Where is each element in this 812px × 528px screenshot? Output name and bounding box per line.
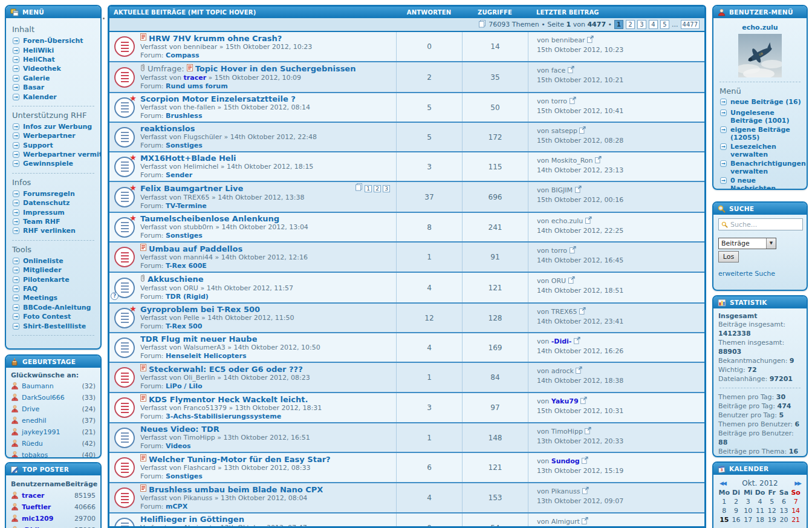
user-menu-item[interactable]: →neue Beiträge (16) [718,98,802,108]
sidebar-item-datenschutz[interactable]: →Datenschutz [11,198,96,207]
calendar-date[interactable]: 9 [730,507,742,515]
sidebar-item-werbepartner-vermitteln[interactable]: →Werbepartner vermitteln [11,150,96,159]
goto-lastpost-icon[interactable] [568,66,574,76]
sidebar-item-label[interactable]: RHF verlinken [23,227,76,235]
topic-author-link[interactable]: manni44 [184,253,213,261]
calendar-prev-icon[interactable]: ◀◀ [719,480,726,486]
calendar-date[interactable]: 5 [766,498,778,506]
birthday-user-link[interactable]: Drive [22,405,79,413]
user-menu-item[interactable]: →eigene Beiträge (12055) [718,126,802,142]
goto-lastpost-icon[interactable] [579,307,586,317]
search-go-button[interactable]: Los [718,251,739,262]
topic-title-link[interactable]: MX16Hott+Blade Heli [140,154,236,163]
calendar-date[interactable]: 17 [742,516,754,524]
user-menu-item[interactable]: →Benachrichtigungen verwalten [718,160,802,175]
topic-author-link[interactable]: Franco51379 [184,404,227,412]
topic-forum-link[interactable]: LiPo / LiIo [166,382,203,390]
sidebar-item-helichat[interactable]: →HeliChat [11,55,96,64]
birthday-user-link[interactable]: jaykey1991 [22,428,79,436]
topic-title-link[interactable]: Brushless umbau beim Blade Nano CPX [149,485,323,494]
current-username-link[interactable]: echo.zulu [718,24,802,31]
goto-lastpost-icon[interactable] [582,487,589,497]
topic-title-link[interactable]: Umbau auf Paddellos [149,244,242,253]
topic-forum-link[interactable]: mCPX [166,503,187,510]
lastpost-author-link[interactable]: TREX65 [551,308,577,316]
sidebar-item-shirt-bestellliste[interactable]: →Shirt-Bestellliste [11,321,96,330]
topic-author-link[interactable]: Helimichel [184,163,219,171]
page-button-3[interactable]: 3 [637,20,646,29]
goto-lastpost-icon[interactable] [575,186,582,195]
top-poster-user-link[interactable]: tracer [22,492,71,500]
goto-lastpost-icon[interactable] [568,276,575,286]
sidebar-item-label[interactable]: Basar [23,83,44,91]
user-menu-item[interactable]: →Ungelesene Beiträge (1001) [718,109,802,125]
topic-title-link[interactable]: Heliflieger in Göttingen [140,515,244,524]
lastpost-author-link[interactable]: Moskito_Ron [551,157,593,165]
lastpost-author-link[interactable]: echo.zulu [551,217,583,225]
topic-title-link[interactable]: KDS Flymentor Heck Wackelt leicht. [149,395,308,404]
goto-lastpost-icon[interactable] [585,217,592,226]
user-menu-item-label[interactable]: Benachrichtigungen verwalten [730,160,806,175]
goto-lastpost-icon[interactable] [576,367,582,376]
topic-forum-link[interactable]: Sonstiges [166,232,203,240]
sidebar-item-support[interactable]: →Support [11,141,96,150]
lastpost-author-link[interactable]: adrock [551,367,574,375]
lastpost-author-link[interactable]: TimoHipp [551,428,583,435]
sidebar-item-label[interactable]: Werbepartner [23,132,76,140]
lastpost-author-link[interactable]: torro [551,97,567,105]
goto-lastpost-icon[interactable] [570,97,576,106]
goto-lastpost-icon[interactable] [580,397,587,406]
lastpost-author-link[interactable]: face [551,67,565,74]
sidebar-item-label[interactable]: Infos zur Werbung [23,123,92,131]
lastpost-author-link[interactable]: BIGJIM [551,186,573,194]
select-dropdown-arrow-icon[interactable]: ▼ [766,238,776,249]
topic-title-link[interactable]: Neues Video: TDR [140,425,219,434]
topic-author-link[interactable]: bennibear [184,43,218,51]
page-button-last[interactable]: 4477 [681,20,700,29]
calendar-date[interactable]: 3 [742,498,754,506]
goto-lastpost-icon[interactable] [579,126,586,136]
calendar-date[interactable]: 6 [778,498,790,506]
topic-author-link[interactable]: the-fallen [184,103,216,111]
calendar-date[interactable]: 11 [754,507,766,515]
topic-forum-link[interactable]: Videos [166,442,191,450]
goto-lastpost-icon[interactable] [595,156,602,166]
sidebar-item-pilotenkarte[interactable]: →Pilotenkarte [11,275,96,284]
topic-page-button[interactable]: 3 [383,185,390,192]
goto-lastpost-icon[interactable] [570,246,576,256]
page-button-1[interactable]: 1 [614,20,623,29]
user-menu-item-label[interactable]: eigene Beiträge (12055) [730,126,802,142]
page-button-4[interactable]: 4 [649,20,658,29]
birthday-user-link[interactable]: Rüedu [22,440,79,448]
lastpost-author-link[interactable]: Almigurt [551,518,580,526]
sidebar-item-onlineliste[interactable]: →Onlineliste [11,256,96,266]
sidebar-item-impressum[interactable]: →Impressum [11,207,96,217]
goto-lastpost-icon[interactable] [582,517,588,527]
birthday-user-link[interactable]: enedhil [22,417,79,425]
birthday-user-link[interactable]: Baumann [22,382,79,390]
topic-forum-link[interactable]: Sonstiges [166,472,203,480]
page-button-2[interactable]: 2 [626,20,635,29]
topic-author-link[interactable]: tracer [184,74,207,82]
goto-lastpost-icon[interactable] [587,36,594,45]
user-menu-item-label[interactable]: neue Beiträge (16) [730,98,801,106]
calendar-date[interactable]: 14 [790,507,802,515]
sidebar-item-label[interactable]: Galerie [23,74,50,82]
lastpost-author-link[interactable]: ORU [551,277,566,285]
search-input[interactable]: Suche... [718,218,803,230]
calendar-next-icon[interactable]: ▶▶ [794,480,801,486]
sidebar-item-basar[interactable]: →Basar [11,83,96,92]
lastpost-author-link[interactable]: -Didi- [551,337,572,345]
topic-author-link[interactable]: Flugschüler [184,133,222,141]
birthday-user-link[interactable]: DarkSoul666 [22,394,79,402]
calendar-date[interactable]: 15 [718,516,730,524]
goto-lastpost-icon[interactable] [582,457,588,466]
calendar-date[interactable]: 18 [754,516,766,524]
topic-title-link[interactable]: HRW 7HV krumm ohne Crash? [149,34,282,43]
topic-forum-link[interactable]: Sender [166,171,192,179]
sidebar-item-infos-zur-werbung[interactable]: →Infos zur Werbung [11,122,96,131]
page-button-5[interactable]: 5 [660,20,669,29]
topic-forum-link[interactable]: 3-Achs-Stabilisierungssysteme [166,412,281,420]
sidebar-item-foto-contest[interactable]: →Foto Contest [11,312,96,321]
sidebar-item-label[interactable]: Kalender [23,93,57,101]
